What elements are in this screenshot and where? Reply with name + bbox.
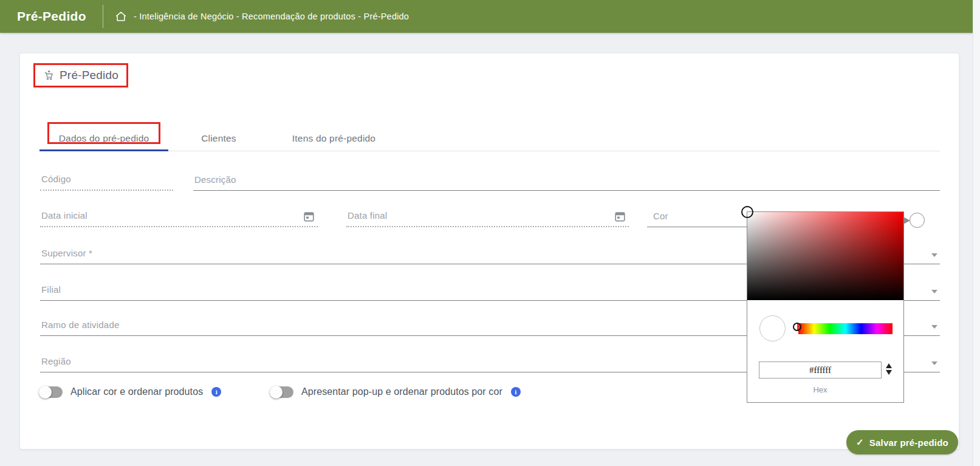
- active-tab-indicator: [39, 149, 168, 151]
- cor-field[interactable]: Cor: [647, 205, 747, 227]
- current-color-indicator: [910, 213, 925, 228]
- chevron-down-icon[interactable]: [931, 253, 937, 257]
- app-header: Pré-Pedido - Inteligência de Negócio - R…: [0, 0, 980, 33]
- aplicar-cor-toggle[interactable]: [39, 386, 63, 398]
- chevron-down-icon[interactable]: [931, 325, 937, 329]
- chevron-down-icon[interactable]: [931, 290, 937, 293]
- tab-label: Clientes: [201, 133, 236, 144]
- saturation-gradient-area[interactable]: [747, 212, 903, 300]
- check-icon: ✓: [856, 437, 864, 448]
- saturation-cursor[interactable]: [741, 206, 753, 218]
- tab-itens-do-pre-pedido[interactable]: Itens do pré-pedido: [287, 126, 380, 151]
- add-shopping-cart-icon: [43, 70, 54, 81]
- descricao-label: Descrição: [194, 174, 236, 185]
- apresentar-popup-toggle[interactable]: [270, 386, 293, 398]
- hue-slider-handle[interactable]: [793, 323, 801, 331]
- info-icon[interactable]: i: [511, 387, 521, 397]
- selected-color-preview: [759, 315, 786, 341]
- save-button[interactable]: ✓ Salvar pré-pedido: [846, 430, 958, 454]
- tab-label: Itens do pré-pedido: [292, 133, 375, 144]
- annotation-box-title: Pré-Pedido: [33, 63, 128, 87]
- breadcrumb: - Inteligência de Negócio - Recomendação…: [134, 0, 409, 33]
- hue-slider[interactable]: [798, 323, 893, 334]
- toggle-row-apresentar-popup: Apresentar pop-up e ordenar produtos por…: [270, 385, 521, 399]
- annotation-box-active-tab: [47, 122, 160, 144]
- scrollbar-track[interactable]: [973, 0, 980, 466]
- data-final-label: Data final: [348, 210, 387, 221]
- data-final-field[interactable]: Data final: [346, 205, 629, 227]
- regiao-label: Região: [41, 356, 71, 366]
- descricao-field[interactable]: Descrição: [193, 169, 940, 191]
- ramo-de-atividade-label: Ramo de atividade: [41, 320, 119, 330]
- data-inicial-label: Data inicial: [41, 210, 87, 221]
- home-icon[interactable]: [114, 10, 128, 23]
- stepper-up-icon[interactable]: [886, 363, 892, 368]
- hex-input[interactable]: [759, 362, 881, 378]
- codigo-label: Código: [41, 174, 71, 184]
- info-icon[interactable]: i: [211, 387, 221, 397]
- calendar-icon[interactable]: [304, 211, 314, 222]
- stepper-down-icon[interactable]: [886, 370, 892, 375]
- tab-clientes[interactable]: Clientes: [179, 126, 258, 151]
- aplicar-cor-toggle-label: Aplicar cor e ordenar produtos: [70, 386, 203, 397]
- page-title: Pré-Pedido: [60, 69, 118, 82]
- data-inicial-field[interactable]: Data inicial: [40, 205, 318, 227]
- hex-input-wrapper: [759, 361, 882, 379]
- info-glyph: i: [515, 388, 516, 396]
- toggle-knob[interactable]: [39, 386, 52, 399]
- hex-stepper: [886, 363, 892, 375]
- header-divider: [103, 5, 103, 28]
- tab-divider: [39, 151, 940, 151]
- color-picker-panel: Hex: [747, 211, 904, 403]
- apresentar-popup-toggle-label: Apresentar pop-up e ordenar produtos por…: [301, 386, 502, 397]
- filial-label: Filial: [41, 284, 61, 295]
- toggle-knob[interactable]: [270, 386, 283, 399]
- info-glyph: i: [216, 388, 218, 396]
- codigo-field[interactable]: Código: [40, 169, 173, 191]
- supervisor-label: Supervisor *: [41, 248, 92, 258]
- app-title: Pré-Pedido: [17, 9, 86, 24]
- calendar-icon[interactable]: [615, 211, 625, 222]
- toggle-row-aplicar-cor: Aplicar cor e ordenar produtos i: [39, 385, 221, 399]
- hex-label: Hex: [759, 385, 882, 394]
- save-button-label: Salvar pré-pedido: [869, 437, 948, 448]
- chevron-down-icon[interactable]: [931, 361, 937, 365]
- cor-label: Cor: [653, 211, 668, 221]
